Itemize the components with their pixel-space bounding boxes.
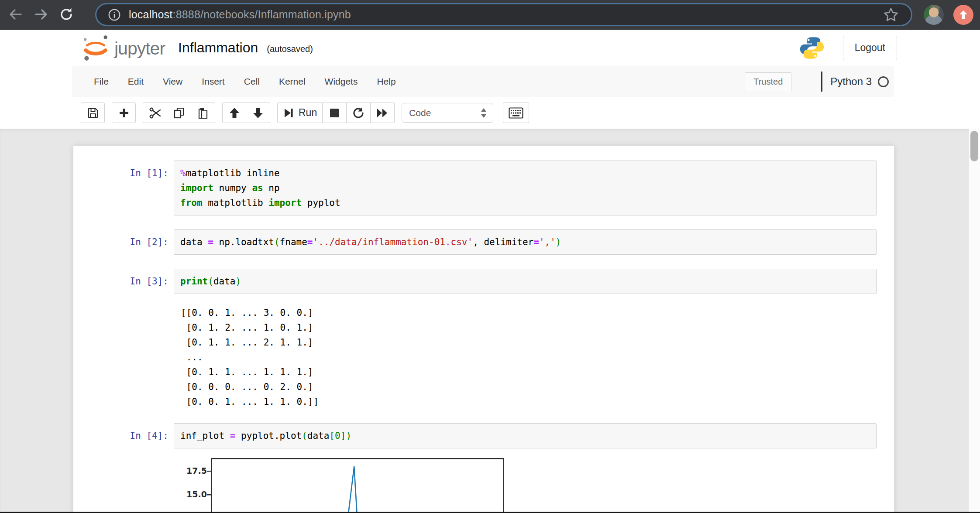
restart-run-all-button[interactable]	[371, 103, 395, 123]
data-line	[224, 466, 491, 513]
profile-avatar[interactable]	[924, 5, 944, 25]
logout-button[interactable]: Logout	[843, 36, 897, 60]
arrow-up-icon	[229, 107, 240, 119]
browser-update-button[interactable]	[953, 5, 973, 25]
input-prompt: In [2]:	[73, 229, 174, 255]
scrollbar-thumb[interactable]	[970, 131, 978, 161]
command-palette-button[interactable]	[503, 103, 529, 123]
save-icon	[87, 107, 99, 119]
select-arrows-icon	[480, 107, 488, 119]
menu-item-widgets[interactable]: Widgets	[315, 66, 368, 97]
cut-cell-button[interactable]	[143, 103, 167, 123]
menu-items: FileEditViewInsertCellKernelWidgetsHelp	[84, 66, 406, 97]
plot-axes	[211, 458, 504, 513]
trusted-button[interactable]: Trusted	[745, 72, 791, 91]
cell-type-dropdown[interactable]: Code	[402, 103, 493, 123]
url-path: :8888/notebooks/Inflammation.ipynb	[172, 8, 351, 21]
kernel-divider	[821, 72, 822, 92]
menu-item-cell[interactable]: Cell	[234, 66, 269, 97]
save-button[interactable]	[81, 103, 105, 123]
restart-kernel-button[interactable]	[347, 103, 371, 123]
menu-item-edit[interactable]: Edit	[118, 66, 153, 97]
menu-row: FileEditViewInsertCellKernelWidgetsHelp …	[0, 66, 980, 97]
menu-item-view[interactable]: View	[153, 66, 192, 97]
notebook-container: In [1]:%matplotlib inlineimport numpy as…	[73, 146, 894, 513]
add-cell-button[interactable]	[112, 103, 136, 123]
interrupt-kernel-button[interactable]	[323, 103, 347, 123]
y-tick-mark	[207, 458, 211, 513]
paste-cell-button[interactable]	[191, 103, 215, 123]
jupyter-logo[interactable]: jupyter	[81, 34, 165, 62]
code-cell-2: In [2]:data = np.loadtxt(fname='../data/…	[73, 229, 894, 255]
menubar: FileEditViewInsertCellKernelWidgetsHelp …	[72, 66, 894, 97]
cell-list: In [1]:%matplotlib inlineimport numpy as…	[73, 161, 894, 513]
url-text[interactable]: localhost:8888/notebooks/Inflammation.ip…	[129, 8, 351, 21]
fast-forward-icon	[376, 107, 389, 119]
up-arrow-icon	[958, 9, 969, 21]
scissors-icon	[148, 106, 162, 120]
jupyter-wordmark: jupyter	[114, 38, 165, 59]
cell-type-value: Code	[409, 108, 431, 118]
kernel-name: Python 3	[830, 75, 872, 88]
input-prompt: In [3]:	[73, 269, 174, 294]
notebook-scroll-area: In [1]:%matplotlib inlineimport numpy as…	[0, 129, 980, 513]
code-input-area[interactable]: %matplotlib inlineimport numpy as npfrom…	[174, 161, 877, 215]
code-input-area[interactable]: data = np.loadtxt(fname='../data/inflamm…	[174, 229, 877, 255]
run-button-label: Run	[299, 107, 317, 119]
bookmark-button[interactable]	[882, 6, 900, 24]
copy-icon	[173, 107, 185, 119]
reload-icon	[58, 7, 74, 22]
input-prompt: In [1]:	[73, 161, 174, 215]
code-cell-4: In [4]:inf_plot = pyplot.plot(data[0])17…	[73, 423, 894, 513]
browser-reload-button[interactable]	[57, 5, 76, 24]
plus-icon	[118, 107, 130, 119]
kernel-idle-indicator-icon	[878, 76, 889, 87]
cell-output-text: [[0. 0. 1. ... 3. 0. 0.] [0. 1. 2. ... 1…	[181, 305, 894, 409]
move-cell-down-button[interactable]	[246, 103, 270, 123]
back-arrow-icon	[8, 7, 24, 22]
autosave-status: (autosaved)	[267, 44, 313, 54]
refresh-icon	[352, 107, 364, 119]
matplotlib-figure: 17.515.0	[73, 458, 894, 513]
notebook-title[interactable]: Inflammation	[178, 40, 258, 56]
site-info-icon[interactable]	[108, 8, 121, 21]
stop-icon	[329, 108, 340, 118]
star-icon	[882, 6, 900, 24]
arrow-down-icon	[252, 107, 264, 119]
step-forward-icon	[283, 107, 294, 119]
y-tick-label: 15.0	[182, 489, 207, 499]
menu-item-help[interactable]: Help	[367, 66, 405, 97]
python-logo-icon	[799, 35, 825, 61]
code-input-area[interactable]: print(data)	[174, 269, 877, 294]
browser-address-bar[interactable]: localhost:8888/notebooks/Inflammation.ip…	[95, 3, 912, 26]
browser-forward-button[interactable]	[31, 5, 51, 24]
menu-item-kernel[interactable]: Kernel	[269, 66, 315, 97]
copy-cell-button[interactable]	[167, 103, 191, 123]
run-cell-button[interactable]: Run	[277, 103, 323, 123]
jupyter-logo-icon	[81, 34, 110, 62]
menu-item-insert[interactable]: Insert	[192, 66, 234, 97]
code-cell-1: In [1]:%matplotlib inlineimport numpy as…	[73, 161, 894, 215]
notebook-header: jupyter Inflammation (autosaved) Logout	[0, 30, 980, 66]
scrollbar-track[interactable]	[969, 129, 980, 513]
menubar-right: Trusted Python 3	[745, 72, 894, 92]
url-host: localhost	[129, 8, 172, 21]
move-cell-up-button[interactable]	[222, 103, 246, 123]
forward-arrow-icon	[33, 7, 49, 22]
notebook-toolbar: Run Code	[0, 97, 980, 129]
input-prompt: In [4]:	[73, 423, 174, 448]
code-input-area[interactable]: inf_plot = pyplot.plot(data[0])	[174, 423, 877, 448]
browser-toolbar: localhost:8888/notebooks/Inflammation.ip…	[0, 0, 980, 30]
y-tick-label: 17.5	[182, 466, 207, 475]
code-cell-3: In [3]:print(data)[[0. 0. 1. ... 3. 0. 0…	[73, 269, 894, 409]
menu-item-file[interactable]: File	[84, 66, 118, 97]
keyboard-icon	[509, 107, 523, 119]
paste-icon	[197, 107, 209, 119]
browser-back-button[interactable]	[6, 5, 25, 24]
